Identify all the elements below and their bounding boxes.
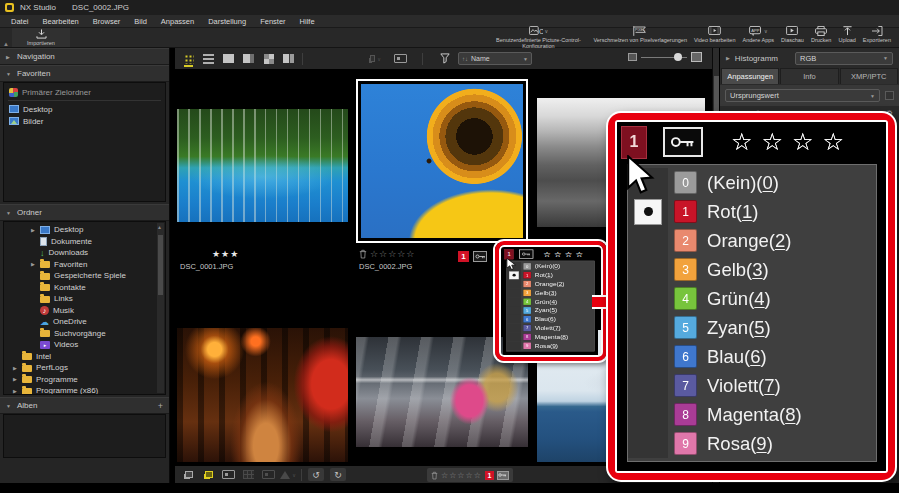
redo-button[interactable]: ↻ <box>330 468 346 481</box>
sidebar-section-folders[interactable]: ▼ Ordner <box>0 204 169 221</box>
image-filmstrip-view-icon[interactable] <box>242 52 255 65</box>
size-slider-track[interactable] <box>641 57 687 58</box>
label-badge[interactable]: 1 <box>485 471 494 480</box>
filter-icon[interactable] <box>438 52 451 65</box>
rating-stars[interactable]: ★★★ <box>212 249 239 259</box>
menu-anpassen[interactable]: Anpassen <box>154 15 201 28</box>
tab-xmp-iptc[interactable]: XMP/IPTC <box>840 68 898 84</box>
label-menu-item-orange[interactable]: 2Orange(2) <box>628 226 876 255</box>
tree-item-onedrive[interactable]: ☁OneDrive <box>4 316 165 328</box>
toolbar-action-picture-control[interactable]: C∨Benutzerdefinierte Picture-Control-Kon… <box>490 26 586 50</box>
label-menu-item-gelb[interactable]: 3Gelb(3) <box>507 288 595 297</box>
label-menu-item-grün[interactable]: 4Grün(4) <box>628 284 876 313</box>
small-thumbnails-icon[interactable] <box>628 53 637 61</box>
image-info-view-icon[interactable] <box>282 52 295 65</box>
protect-key-icon[interactable] <box>497 471 509 480</box>
label-menu-item-rosa[interactable]: 9Rosa(9) <box>628 429 876 458</box>
thumbnail-grid-view-icon[interactable] <box>182 52 195 65</box>
menu-fenster[interactable]: Fenster <box>253 15 292 28</box>
label-menu-item-magenta[interactable]: 8Magenta(8) <box>507 333 595 342</box>
tree-item-gespeicherte-spiele[interactable]: Gespeicherte Spiele <box>4 270 165 282</box>
toolbar-action-slideshow[interactable]: Diaschau <box>781 26 804 43</box>
menu-bearbeiten[interactable]: Bearbeiten <box>36 15 86 28</box>
menu-darstellung[interactable]: Darstellung <box>201 15 253 28</box>
rating-stars[interactable]: ☆☆☆☆ <box>731 128 853 156</box>
rating-stars[interactable]: ☆☆☆☆ <box>543 250 586 259</box>
tree-item-links[interactable]: Links <box>4 293 165 305</box>
import-button[interactable]: Importieren <box>12 28 70 47</box>
label-menu-item-orange[interactable]: 2Orange(2) <box>507 280 595 289</box>
tree-item-kontakte[interactable]: Kontakte <box>4 282 165 294</box>
tree-item-dokumente[interactable]: Dokumente <box>4 236 165 248</box>
tree-item-desktop[interactable]: ▶Desktop <box>4 224 165 236</box>
expander-icon[interactable]: ▶ <box>12 365 18 371</box>
protect-key-icon[interactable] <box>519 250 533 259</box>
paste-adjustments-icon[interactable] <box>201 469 215 481</box>
toolbar-action-upload[interactable]: Upload <box>838 26 855 43</box>
fullscreen-icon[interactable] <box>394 52 407 65</box>
tree-item-programme[interactable]: ▶Programme <box>4 374 165 386</box>
expander-icon[interactable]: ▶ <box>30 261 36 267</box>
favorite-item-bilder[interactable]: Bilder <box>4 115 165 127</box>
large-thumbnails-icon[interactable] <box>691 52 702 62</box>
tree-item-intel[interactable]: Intel <box>4 351 165 363</box>
label-menu-item-rot[interactable]: 1Rot(1) <box>628 197 876 226</box>
label-menu-item-zyan[interactable]: 5Zyan(5) <box>507 306 595 315</box>
label-menu-item-grün[interactable]: 4Grün(4) <box>507 297 595 306</box>
channel-select[interactable]: RGB ▼ <box>795 52 893 65</box>
menu-hilfe[interactable]: Hilfe <box>293 15 322 28</box>
label-menu-item-blau[interactable]: 6Blau(6) <box>507 315 595 324</box>
menu-browser[interactable]: Browser <box>86 15 128 28</box>
image-view-icon[interactable] <box>222 52 235 65</box>
tree-item-programme-x86-[interactable]: ▶Programme (x86) <box>4 385 165 395</box>
tree-item-downloads[interactable]: ↓Downloads <box>4 247 165 259</box>
tab-info[interactable]: Info <box>780 68 838 84</box>
label-menu-item-rosa[interactable]: 9Rosa(9) <box>507 341 595 350</box>
label-menu-item-violett[interactable]: 7Violett(7) <box>628 371 876 400</box>
histogram-header[interactable]: ▶ Histogramm RGB ▼ <box>720 48 899 68</box>
trash-icon[interactable] <box>431 471 438 480</box>
toolbar-action-print[interactable]: Drucken <box>811 26 831 43</box>
label-menu-item-rot[interactable]: 1Rot(1) <box>507 271 595 280</box>
primary-target-item[interactable]: Primärer Zielordner <box>4 86 165 98</box>
toolbar-action-video-edit[interactable]: Video bearbeiten <box>694 26 736 43</box>
label-menu-item-magenta[interactable]: 8Magenta(8) <box>628 400 876 429</box>
tree-item-videos[interactable]: ▸Videos <box>4 339 165 351</box>
filmstrip-toggle-icon[interactable] <box>221 469 235 481</box>
label-popup-small[interactable]: 1☆☆☆☆0(Kein)(0)1Rot(1)2Orange(2)3Gelb(3)… <box>503 248 598 354</box>
version-select[interactable]: Ursprungswert ▼ <box>725 89 880 102</box>
sort-select[interactable]: ↑↓ Name ▼ <box>458 52 532 65</box>
undo-button[interactable]: ↺ <box>308 468 324 481</box>
version-checkbox[interactable] <box>885 91 894 100</box>
tab-anpassungen[interactable]: Anpassungen <box>721 68 779 84</box>
current-label-badge[interactable]: 1 <box>621 126 647 159</box>
label-menu-item-kein[interactable]: 0(Kein)(0) <box>507 262 595 271</box>
protect-key-icon[interactable] <box>473 251 487 262</box>
tree-scrollbar[interactable] <box>157 223 164 393</box>
copy-adjustments-icon[interactable] <box>181 469 195 481</box>
favorite-item-desktop[interactable]: Desktop <box>4 103 165 115</box>
label-menu-item-blau[interactable]: 6Blau(6) <box>628 342 876 371</box>
selected-thumbnail-frame[interactable] <box>356 79 528 243</box>
multi-view-icon[interactable] <box>262 52 275 65</box>
tree-item-favoriten[interactable]: ▶Favoriten <box>4 259 165 271</box>
menu-datei[interactable]: Datei <box>4 15 36 28</box>
add-album-icon[interactable]: + <box>158 401 163 411</box>
sidebar-section-albums[interactable]: ▼ Alben + <box>0 397 169 414</box>
tree-item-musik[interactable]: ♪Musik <box>4 305 165 317</box>
toolbar-action-export[interactable]: Exportieren <box>863 26 891 43</box>
rating-stars[interactable]: ☆☆☆☆☆ <box>441 471 482 480</box>
thumbnail-image[interactable] <box>177 328 348 462</box>
expander-icon[interactable]: ▶ <box>12 376 18 382</box>
toolbar-action-other-apps[interactable]: APP∨Andere Apps <box>743 26 775 43</box>
trash-icon[interactable] <box>359 249 367 259</box>
size-slider-knob[interactable] <box>674 53 682 61</box>
sidebar-section-favorites[interactable]: ▼ Favoriten <box>0 65 169 82</box>
thumbnail-image[interactable] <box>177 109 348 222</box>
menu-bild[interactable]: Bild <box>127 15 154 28</box>
label-menu-item-gelb[interactable]: 3Gelb(3) <box>628 255 876 284</box>
tree-item-suchvorg-nge[interactable]: Suchvorgänge <box>4 328 165 340</box>
expander-icon[interactable]: ▶ <box>30 227 36 233</box>
expander-icon[interactable]: ▶ <box>12 388 18 394</box>
label-menu-item-zyan[interactable]: 5Zyan(5) <box>628 313 876 342</box>
